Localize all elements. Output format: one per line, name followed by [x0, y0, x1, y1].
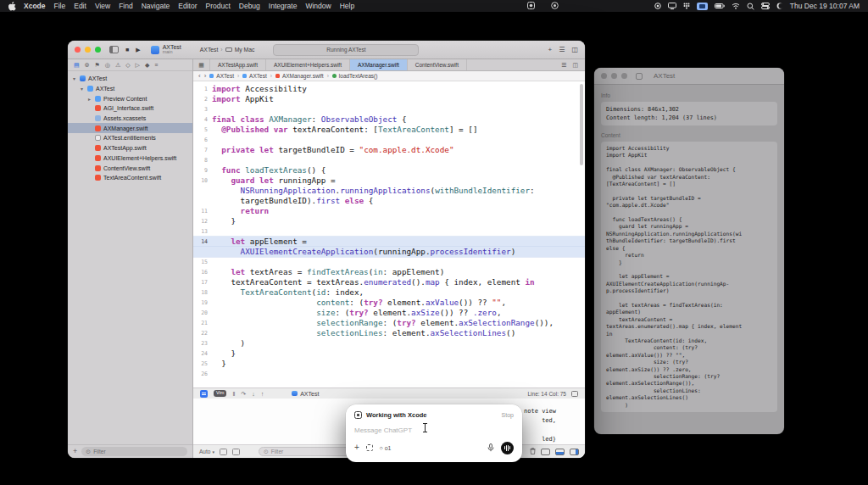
editor-tab-axtestapp-swift[interactable]: AXTestApp.swift	[210, 59, 266, 70]
code-line[interactable]: 20 size: (try? element.axSize()) ?? .zer…	[193, 308, 585, 318]
menubar-extra-record-icon[interactable]	[551, 2, 559, 11]
sidebar-item-axuielement-helpers-swift[interactable]: AXUIElement+Helpers.swift	[68, 153, 192, 164]
sidebar-item-contentview-swift[interactable]: ContentView.swift	[68, 163, 192, 173]
screenshot-icon[interactable]	[366, 444, 373, 451]
screen-share-icon[interactable]	[697, 3, 708, 10]
debug-console-icon[interactable]	[200, 390, 208, 398]
voice-mode-button[interactable]	[501, 442, 514, 454]
toggle-navigator-icon[interactable]	[109, 46, 119, 53]
tests-navigator-icon[interactable]: ◇	[125, 62, 130, 69]
code-line[interactable]: 13	[193, 226, 585, 237]
code-line[interactable]: 5 @Published var textAreaContent: [TextA…	[193, 125, 585, 135]
code-line[interactable]: 25 }	[193, 359, 585, 369]
menu-view[interactable]: View	[95, 2, 110, 10]
sidebar-item-textareacontent-swift[interactable]: TextAreaContent.swift	[68, 173, 192, 183]
close-button[interactable]	[601, 73, 607, 79]
breadcrumb-item-axtest[interactable]: AXTest	[209, 73, 234, 79]
battery-icon[interactable]	[715, 3, 725, 8]
related-items-icon[interactable]: ▦	[193, 59, 210, 70]
code-line[interactable]: 21 selectionRange: (try? element.axSelec…	[193, 318, 585, 328]
close-button[interactable]	[75, 47, 81, 53]
disclosure-triangle[interactable]: ▾	[71, 75, 77, 81]
code-line[interactable]: 6	[193, 135, 585, 145]
debug-navigator-icon[interactable]: ▷	[136, 62, 140, 69]
siri-icon[interactable]	[776, 3, 783, 9]
window-proxy[interactable]: AXTest main	[151, 44, 181, 55]
wifi-icon[interactable]	[732, 3, 740, 9]
breakpoints-navigator-icon[interactable]: ◆	[145, 62, 149, 69]
display-icon[interactable]	[668, 3, 676, 9]
code-line[interactable]: 24 }	[193, 348, 585, 359]
menu-integrate[interactable]: Integrate	[269, 2, 298, 10]
chat-input[interactable]: Message ChatGPT	[354, 421, 514, 440]
editor-tab-axmanager-swift[interactable]: AXManager.swift	[350, 59, 408, 70]
step-out-icon[interactable]: ↑	[261, 391, 264, 397]
forward-button[interactable]: ›	[204, 73, 207, 80]
source-editor[interactable]: 1import Accessibility2import AppKit34fin…	[193, 81, 585, 387]
code-line[interactable]: 9 func loadTextAreas() {	[193, 165, 585, 176]
scrollbar-thumb[interactable]	[580, 84, 583, 165]
menubar-extra-camera-icon[interactable]	[527, 2, 535, 11]
sidebar-item-preview-content[interactable]: ▸Preview Content	[68, 93, 192, 103]
code-line[interactable]: 10 guard let runningApp =	[193, 176, 585, 186]
menu-window[interactable]: Window	[305, 2, 331, 10]
sidebar-item-axtest[interactable]: ▾AXTest	[68, 74, 192, 84]
disclosure-triangle[interactable]: ▸	[86, 96, 92, 102]
apple-menu-icon[interactable]	[8, 2, 16, 11]
toggle-bottom-panel-icon[interactable]	[555, 449, 565, 455]
code-line[interactable]: 15	[193, 257, 585, 267]
search-icon[interactable]	[747, 3, 754, 10]
back-button[interactable]: ‹	[198, 73, 201, 80]
menu-find[interactable]: Find	[119, 2, 133, 10]
zoom-button[interactable]	[95, 47, 101, 53]
menu-file[interactable]: File	[54, 2, 66, 10]
code-line[interactable]: 17 textAreaContent = textAreas.enumerate…	[193, 277, 585, 287]
menubar-clock[interactable]: Thu Dec 19 10:07 AM	[790, 2, 860, 10]
code-line[interactable]: 19 content: (try? element.axValue()) ?? …	[193, 298, 585, 308]
code-line[interactable]: 4final class AXManager: ObservableObject…	[193, 114, 585, 125]
code-line[interactable]: 23 )	[193, 338, 585, 348]
editor-tab-contentview-swift[interactable]: ContentView.swift	[408, 59, 467, 70]
source-control-navigator-icon[interactable]: ⊚	[85, 62, 90, 69]
scheme-selector[interactable]: AXTest › My Mac	[200, 47, 255, 53]
toggle-inspector-icon[interactable]: ◫	[571, 46, 578, 53]
navigator-filter-field[interactable]: ⊙ Filter	[81, 447, 187, 456]
code-line[interactable]: 8	[193, 155, 585, 165]
model-selector[interactable]: ◇ o1	[380, 445, 392, 451]
minimize-button[interactable]	[611, 73, 617, 79]
menu-xcode[interactable]: Xcode	[24, 2, 46, 10]
sidebar-item-agi-interface-swift[interactable]: AGI_Interface.swift	[68, 103, 192, 114]
breadcrumb-item-loadtextareas[interactable]: loadTextAreas()	[332, 73, 378, 79]
sidebar-item-assets-xcassets[interactable]: Assets.xcassets	[68, 114, 192, 124]
code-line[interactable]: 16 let textAreas = findTextAreas(in: app…	[193, 267, 585, 277]
zoom-button[interactable]	[621, 73, 627, 79]
menu-debug[interactable]: Debug	[239, 2, 260, 10]
toggle-left-panel-icon[interactable]	[541, 449, 550, 455]
code-review-icon[interactable]: ☰	[561, 62, 566, 69]
code-line[interactable]: 22 selectionLines: element.axSelectionLi…	[193, 328, 585, 338]
code-line[interactable]: 7 private let targetBundleID = "com.appl…	[193, 145, 585, 155]
editor-tab-axuielement-helpers-swift[interactable]: AXUIElement+Helpers.swift	[266, 59, 350, 70]
variables-view-icon[interactable]	[220, 449, 227, 455]
project-navigator-icon[interactable]: ▤	[74, 62, 80, 69]
code-line[interactable]: AXUIElementCreateApplication(runningApp.…	[193, 247, 585, 257]
sidebar-item-axtest[interactable]: ▾AXTest	[68, 84, 192, 94]
toggle-right-panel-icon[interactable]	[570, 449, 579, 455]
add-editor-icon[interactable]: ◫	[572, 62, 578, 69]
step-into-icon[interactable]: ↓	[252, 391, 255, 397]
trash-icon[interactable]	[530, 448, 536, 455]
sidebar-item-axmanager-swift[interactable]: AXManager.swift	[68, 123, 192, 133]
code-line[interactable]: 18 TextAreaContent(id: index,	[193, 287, 585, 298]
mic-icon[interactable]	[487, 440, 494, 455]
variables-filter[interactable]: Auto ▾	[199, 449, 214, 454]
breadcrumb-item-axmanager-swift[interactable]: AXManager.swift	[275, 73, 324, 79]
console-filter-field[interactable]: ⊙ Filter	[259, 447, 359, 456]
attach-button[interactable]: +	[354, 443, 359, 452]
sidebar-item-axtestapp-swift[interactable]: AXTestApp.swift	[68, 143, 192, 153]
disclosure-triangle[interactable]: ▾	[79, 86, 85, 92]
find-navigator-icon[interactable]: ◎	[105, 62, 110, 69]
code-line[interactable]: 26	[193, 369, 585, 379]
issues-navigator-icon[interactable]: ⚠	[115, 62, 120, 69]
run-button[interactable]: ▶	[136, 47, 140, 53]
process-indicator[interactable]: AXTest	[292, 391, 319, 397]
